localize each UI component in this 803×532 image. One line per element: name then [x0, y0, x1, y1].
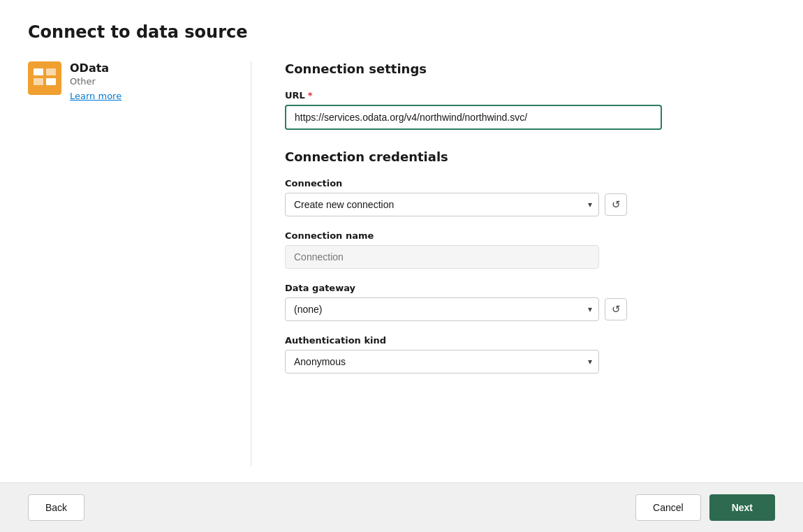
connection-refresh-button[interactable]: ↺ [605, 193, 627, 216]
connector-category: Other [70, 76, 121, 87]
connection-name-input[interactable] [285, 245, 599, 269]
authentication-kind-dropdown-wrapper: Anonymous ▾ [285, 350, 599, 374]
connection-settings-title: Connection settings [285, 61, 775, 76]
connection-dropdown[interactable]: Create new connection [285, 193, 599, 216]
connection-credentials-title: Connection credentials [285, 149, 775, 164]
data-gateway-refresh-icon: ↺ [612, 303, 621, 316]
svg-rect-3 [34, 78, 43, 85]
back-button[interactable]: Back [28, 494, 84, 521]
connection-label: Connection [285, 178, 342, 189]
connector-icon [28, 61, 61, 95]
footer: Back Cancel Next [0, 482, 803, 532]
next-button[interactable]: Next [709, 494, 775, 521]
data-gateway-dropdown[interactable]: (none) [285, 297, 599, 321]
connection-name-label: Connection name [285, 230, 374, 241]
svg-rect-4 [46, 78, 56, 85]
data-gateway-dropdown-wrapper: (none) ▾ [285, 297, 599, 321]
url-input[interactable] [285, 105, 662, 130]
data-gateway-label: Data gateway [285, 283, 355, 293]
svg-rect-0 [28, 61, 61, 95]
cancel-button[interactable]: Cancel [635, 494, 701, 521]
connection-dropdown-wrapper: Create new connection ▾ [285, 193, 599, 216]
url-required-star: * [308, 90, 313, 101]
svg-rect-1 [34, 68, 43, 75]
learn-more-link[interactable]: Learn more [70, 91, 121, 101]
connection-refresh-icon: ↺ [612, 198, 621, 211]
connector-name: OData [70, 61, 121, 75]
data-gateway-refresh-button[interactable]: ↺ [605, 298, 627, 320]
svg-rect-2 [46, 68, 56, 75]
page-title: Connect to data source [28, 22, 775, 42]
authentication-kind-label: Authentication kind [285, 335, 386, 346]
authentication-kind-dropdown[interactable]: Anonymous [285, 350, 599, 374]
url-label: URL [285, 90, 305, 101]
